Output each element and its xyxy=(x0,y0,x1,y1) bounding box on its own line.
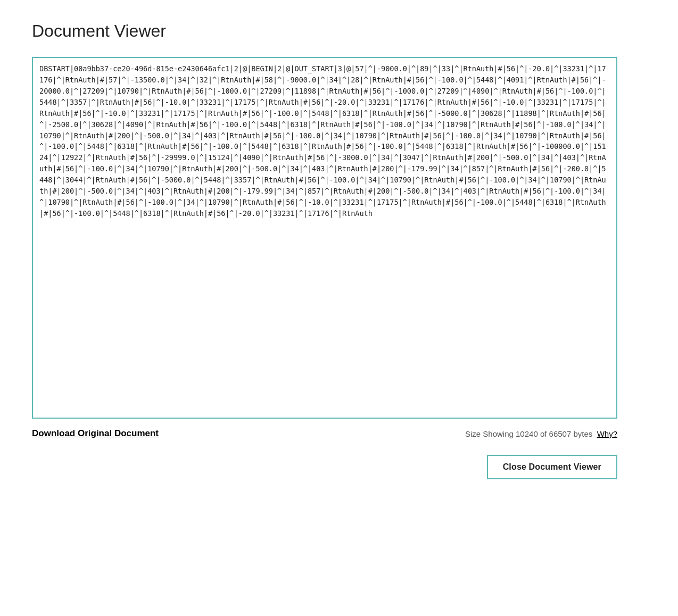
page-container: Document Viewer DBSTART|00a9bb37-ce20-49… xyxy=(32,21,617,479)
document-content-box[interactable]: DBSTART|00a9bb37-ce20-496d-815e-e2430646… xyxy=(32,57,617,419)
close-document-viewer-button[interactable]: Close Document Viewer xyxy=(487,455,617,479)
size-info: Size Showing 10240 of 66507 bytes Why? xyxy=(465,429,617,438)
download-original-link[interactable]: Download Original Document xyxy=(32,428,159,439)
close-row: Close Document Viewer xyxy=(32,455,617,479)
why-link[interactable]: Why? xyxy=(597,429,617,438)
size-text: Size Showing 10240 of 66507 bytes xyxy=(465,429,592,438)
footer-row: Download Original Document Size Showing … xyxy=(32,428,617,439)
page-title: Document Viewer xyxy=(32,21,617,41)
